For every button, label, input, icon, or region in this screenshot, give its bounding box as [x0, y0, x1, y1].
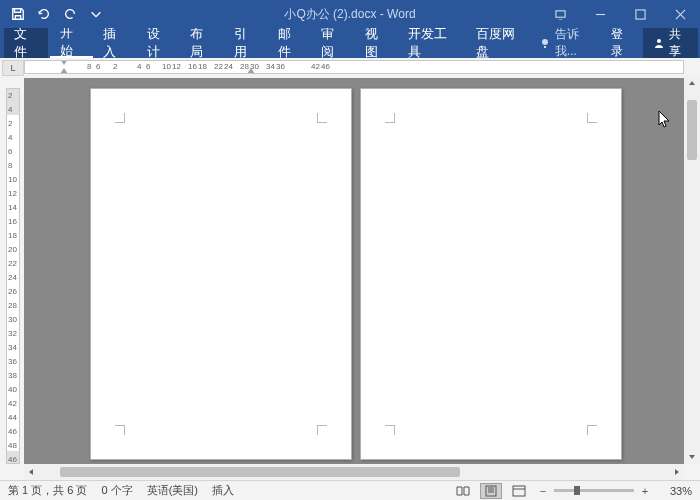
quick-access-toolbar	[0, 2, 108, 26]
tab-review[interactable]: 审阅	[311, 28, 355, 58]
ruler-tick: 28	[8, 301, 17, 310]
ruler-tick: 40	[8, 385, 17, 394]
ruler-tick: 44	[8, 413, 17, 422]
tab-layout[interactable]: 布局	[180, 28, 224, 58]
ruler-tick: 2	[8, 91, 12, 100]
scroll-right-button[interactable]	[668, 464, 684, 480]
zoom-level[interactable]: 33%	[658, 485, 692, 497]
tell-me-label: 告诉我...	[555, 26, 593, 60]
ruler-tick: 8	[87, 62, 91, 71]
share-button[interactable]: 共享	[643, 28, 698, 58]
ruler-tick: 34	[266, 62, 275, 71]
ruler-tick: 22	[214, 62, 223, 71]
ruler-tick: 18	[198, 62, 207, 71]
hscroll-track[interactable]	[40, 464, 668, 480]
page-count-status[interactable]: 第 1 页，共 6 页	[8, 483, 87, 498]
zoom-in-button[interactable]: +	[638, 485, 652, 497]
svg-rect-1	[635, 9, 644, 18]
ruler-tick: 12	[172, 62, 181, 71]
tab-view[interactable]: 视图	[355, 28, 399, 58]
ruler-tick: 4	[137, 62, 141, 71]
zoom-slider-thumb[interactable]	[574, 486, 580, 495]
ruler-tick: 24	[8, 273, 17, 282]
window-title: 小Q办公 (2).docx - Word	[284, 6, 415, 23]
share-label: 共享	[669, 26, 688, 60]
tab-references[interactable]: 引用	[224, 28, 268, 58]
first-line-indent-marker[interactable]	[60, 60, 68, 65]
page-2[interactable]	[360, 88, 622, 460]
ruler-tick: 16	[188, 62, 197, 71]
crop-mark-icon	[317, 113, 327, 123]
ruler-tick: 26	[8, 287, 17, 296]
tab-baidu-netdisk[interactable]: 百度网盘	[466, 28, 533, 58]
title-bar: 小Q办公 (2).docx - Word	[0, 0, 700, 28]
ruler-tick: 46	[8, 427, 17, 436]
word-count-status[interactable]: 0 个字	[101, 483, 132, 498]
crop-mark-icon	[385, 425, 395, 435]
ribbon-display-options-button[interactable]	[540, 0, 580, 28]
hscroll-thumb[interactable]	[60, 467, 460, 477]
tab-developer[interactable]: 开发工具	[398, 28, 465, 58]
undo-button[interactable]	[32, 2, 56, 26]
ruler-tick: 24	[224, 62, 233, 71]
scroll-left-button[interactable]	[24, 464, 40, 480]
ruler-tick: 2	[8, 119, 12, 128]
ruler-tick: 16	[8, 217, 17, 226]
ruler-tick: 2	[113, 62, 117, 71]
tab-home[interactable]: 开始	[50, 28, 94, 58]
web-layout-button[interactable]	[508, 483, 530, 499]
vertical-ruler[interactable]: 2424681012141618202224262830323436384042…	[6, 88, 20, 464]
ruler-tick: 4	[8, 133, 12, 142]
ruler-tick: 4	[8, 105, 12, 114]
vertical-scrollbar[interactable]	[684, 76, 700, 464]
svg-point-3	[657, 39, 661, 43]
hanging-indent-marker[interactable]	[60, 68, 68, 74]
close-button[interactable]	[660, 0, 700, 28]
tab-mailings[interactable]: 邮件	[268, 28, 312, 58]
save-button[interactable]	[6, 2, 30, 26]
ruler-tick: 22	[8, 259, 17, 268]
ruler-tick: 6	[8, 147, 12, 156]
ruler-tick: 30	[8, 315, 17, 324]
crop-mark-icon	[115, 425, 125, 435]
crop-mark-icon	[385, 113, 395, 123]
horizontal-ruler[interactable]: 86246101216182224283034364246	[24, 60, 684, 74]
maximize-button[interactable]	[620, 0, 660, 28]
bulb-icon	[539, 37, 551, 49]
ruler-tick: 10	[8, 175, 17, 184]
tell-me-search[interactable]: 告诉我...	[533, 26, 599, 60]
ruler-tick: 20	[8, 245, 17, 254]
read-mode-button[interactable]	[452, 483, 474, 499]
page-1[interactable]	[90, 88, 352, 460]
redo-button[interactable]	[58, 2, 82, 26]
svg-rect-0	[555, 10, 564, 16]
zoom-slider-track[interactable]	[554, 489, 634, 492]
crop-mark-icon	[317, 425, 327, 435]
tab-file[interactable]: 文件	[4, 28, 48, 58]
qat-customize-button[interactable]	[84, 2, 108, 26]
login-button[interactable]: 登录	[603, 26, 640, 60]
minimize-button[interactable]	[580, 0, 620, 28]
print-layout-button[interactable]	[480, 483, 502, 499]
window-controls	[540, 0, 700, 28]
language-status[interactable]: 英语(美国)	[147, 483, 198, 498]
ruler-tick: 46	[8, 455, 17, 464]
vscroll-track[interactable]	[684, 92, 700, 448]
tab-insert[interactable]: 插入	[93, 28, 137, 58]
ruler-tick: 32	[8, 329, 17, 338]
horizontal-scrollbar[interactable]	[24, 464, 684, 480]
tab-design[interactable]: 设计	[137, 28, 181, 58]
status-bar: 第 1 页，共 6 页 0 个字 英语(美国) 插入 − + 33%	[0, 480, 700, 500]
zoom-out-button[interactable]: −	[536, 485, 550, 497]
ribbon-tabs: 文件 开始 插入 设计 布局 引用 邮件 审阅 视图 开发工具 百度网盘 告诉我…	[0, 28, 700, 58]
person-icon	[653, 37, 665, 49]
ruler-corner[interactable]: L	[2, 60, 24, 76]
ruler-tick: 42	[8, 399, 17, 408]
edit-area[interactable]	[24, 78, 684, 464]
insert-mode-status[interactable]: 插入	[212, 483, 234, 498]
ruler-tick: 36	[276, 62, 285, 71]
vscroll-thumb[interactable]	[687, 100, 697, 160]
scroll-down-button[interactable]	[684, 448, 700, 464]
scroll-up-button[interactable]	[684, 76, 700, 92]
ruler-tick: 8	[8, 161, 12, 170]
